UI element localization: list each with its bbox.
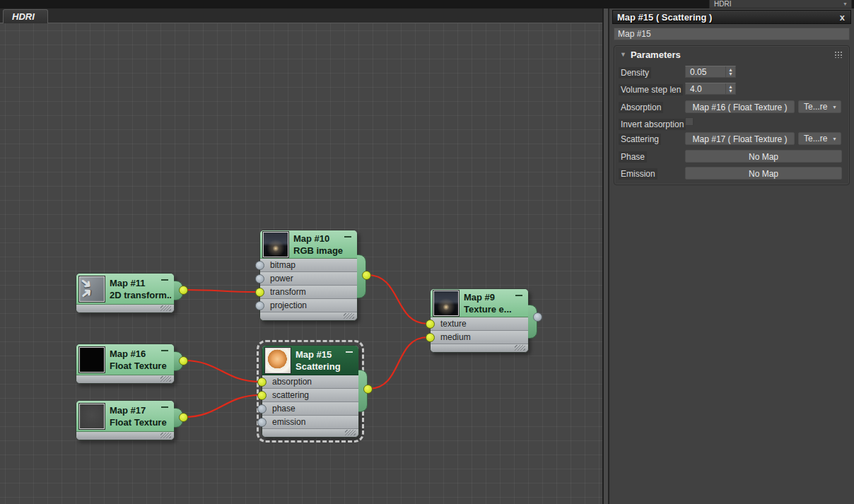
node-port-row: emission (262, 416, 358, 429)
input-socket-transform[interactable] (255, 288, 264, 297)
node-footer (431, 344, 528, 352)
spinner-arrows-icon[interactable]: ▲▼ (725, 66, 735, 77)
node-title: Map #16 (110, 348, 167, 360)
node-subtitle: Scattering (296, 361, 341, 373)
node-title: Map #15 (296, 348, 341, 361)
view-selector-dropdown[interactable]: HDRI ▼ (709, 0, 852, 8)
density-row: Density 0.05 ▲▼ (619, 66, 843, 78)
scattering-map-button[interactable]: Map #17 ( Float Texture ) (685, 132, 795, 145)
node-map15[interactable]: Map #15 Scattering absorption scattering… (262, 345, 359, 438)
output-socket[interactable] (363, 385, 373, 394)
chevron-down-icon: ▼ (843, 1, 851, 6)
node-port-row: medium (431, 331, 528, 344)
rollout-collapse-icon[interactable]: ▼ (620, 51, 626, 58)
output-socket[interactable] (533, 312, 542, 322)
parameter-editor-panel: Map #15 ( Scattering ) x Map #15 ▼ Param… (609, 8, 854, 504)
invert-absorption-checkbox[interactable] (685, 117, 694, 126)
absorption-type-dropdown[interactable]: Te...re ▼ (798, 100, 841, 113)
drag-handle-icon[interactable] (834, 51, 843, 58)
collapse-icon[interactable] (161, 350, 168, 351)
volume-step-spinner[interactable]: 4.0 ▲▼ (685, 83, 736, 95)
input-socket-scattering[interactable] (257, 391, 267, 400)
resize-grip-icon[interactable] (344, 313, 354, 319)
wire-map11-to-map10 (185, 290, 257, 292)
node-subtitle: Texture e... (464, 303, 512, 315)
wire-map17-to-map15 (185, 395, 259, 417)
resize-grip-icon[interactable] (160, 433, 171, 438)
invert-absorption-label: Invert absorption (619, 119, 686, 130)
node-subtitle: RGB image (293, 245, 343, 257)
node-thumbnail (263, 232, 288, 257)
output-socket[interactable] (179, 286, 188, 295)
node-header[interactable]: Map #17 Float Texture (76, 401, 174, 432)
wire-map15-to-map9 (369, 337, 428, 389)
input-socket-bitmap[interactable] (255, 261, 264, 270)
output-socket[interactable] (179, 356, 188, 365)
volume-step-label: Volume step len (619, 84, 683, 95)
node-header[interactable]: Map #9 Texture e... (431, 289, 528, 317)
slate-material-editor: HDRI ▼ HDRI Map #10 RGB image bitmap pow… (0, 0, 854, 504)
wire-map16-to-map15 (185, 361, 259, 382)
scattering-row: Scattering Map #17 ( Float Texture ) Te.… (619, 132, 843, 145)
node-header[interactable]: Map #10 RGB image (260, 230, 357, 259)
node-map11[interactable]: ➜➜ Map #11 2D transform... (76, 273, 175, 313)
output-socket[interactable] (362, 271, 371, 280)
node-footer (76, 305, 174, 312)
node-thumbnail (79, 347, 105, 373)
input-socket-medium[interactable] (426, 333, 435, 342)
node-header[interactable]: Map #16 Float Texture (76, 344, 174, 375)
spinner-arrows-icon[interactable]: ▲▼ (725, 83, 735, 94)
phase-map-button[interactable]: No Map (685, 150, 842, 163)
absorption-label: Absorption (619, 102, 663, 113)
node-map16[interactable]: Map #16 Float Texture (76, 344, 175, 384)
node-header[interactable]: Map #15 Scattering (262, 346, 358, 375)
collapse-icon[interactable] (344, 236, 351, 238)
parameters-rollout-header[interactable]: ▼ Parameters (614, 46, 849, 63)
input-socket-power[interactable] (255, 274, 264, 283)
input-socket-texture[interactable] (426, 320, 435, 329)
input-socket-emission[interactable] (257, 418, 267, 427)
node-name-input[interactable]: Map #15 (614, 28, 850, 40)
tab-hdri[interactable]: HDRI (3, 9, 48, 23)
node-graph-canvas[interactable]: Map #10 RGB image bitmap power transform… (0, 23, 602, 504)
density-value[interactable]: 0.05 (686, 66, 725, 77)
volume-step-value[interactable]: 4.0 (686, 83, 725, 94)
node-map10[interactable]: Map #10 RGB image bitmap power transform… (259, 230, 358, 321)
port-label: phase (262, 404, 296, 414)
panel-title-bar[interactable]: Map #15 ( Scattering ) x (612, 10, 851, 24)
panel-splitter[interactable] (602, 8, 609, 504)
node-port-row: power (260, 272, 357, 286)
collapse-icon[interactable] (161, 406, 168, 408)
node-footer (260, 312, 357, 320)
chevron-down-icon: ▼ (832, 136, 841, 141)
resize-grip-icon[interactable] (160, 376, 171, 382)
close-icon[interactable]: x (834, 12, 850, 23)
scattering-label: Scattering (619, 134, 661, 145)
view-tab-bar: HDRI (0, 8, 602, 23)
absorption-map-button[interactable]: Map #16 ( Float Texture ) (685, 100, 795, 113)
resize-grip-icon[interactable] (345, 430, 356, 435)
node-map17[interactable]: Map #17 Float Texture (76, 400, 175, 440)
input-socket-projection[interactable] (255, 301, 264, 310)
input-socket-absorption[interactable] (257, 377, 267, 387)
scattering-type-value: Te...re (799, 134, 832, 143)
top-strip: HDRI ▼ (0, 0, 854, 8)
scattering-type-dropdown[interactable]: Te...re ▼ (798, 132, 841, 145)
resize-grip-icon[interactable] (515, 345, 525, 351)
panel-title: Map #15 ( Scattering ) (613, 12, 834, 23)
port-label: emission (262, 417, 305, 427)
emission-map-button[interactable]: No Map (685, 167, 842, 180)
port-label: transform (260, 287, 306, 297)
collapse-icon[interactable] (346, 351, 353, 353)
resize-grip-icon[interactable] (160, 305, 171, 311)
output-socket[interactable] (179, 413, 188, 422)
collapse-icon[interactable] (161, 279, 168, 281)
density-spinner[interactable]: 0.05 ▲▼ (685, 66, 736, 78)
input-socket-phase[interactable] (257, 404, 267, 414)
node-title: Map #17 (110, 404, 167, 416)
collapse-icon[interactable] (515, 295, 522, 296)
node-header[interactable]: ➜➜ Map #11 2D transform... (76, 274, 174, 305)
node-map9[interactable]: Map #9 Texture e... texture medium (430, 288, 529, 353)
node-port-row: phase (262, 402, 358, 416)
parameters-rollout: ▼ Parameters Density 0.05 ▲▼ Volume step… (614, 45, 850, 185)
